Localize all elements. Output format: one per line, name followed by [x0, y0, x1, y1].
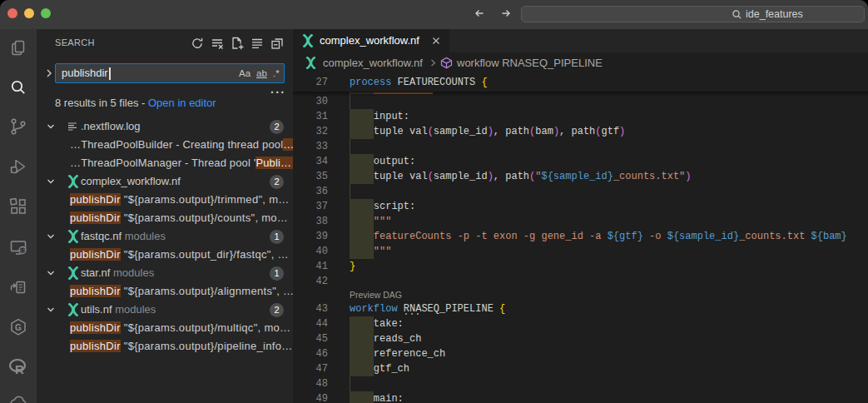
svg-text:G: G — [15, 323, 22, 332]
svg-text:R: R — [15, 362, 24, 376]
